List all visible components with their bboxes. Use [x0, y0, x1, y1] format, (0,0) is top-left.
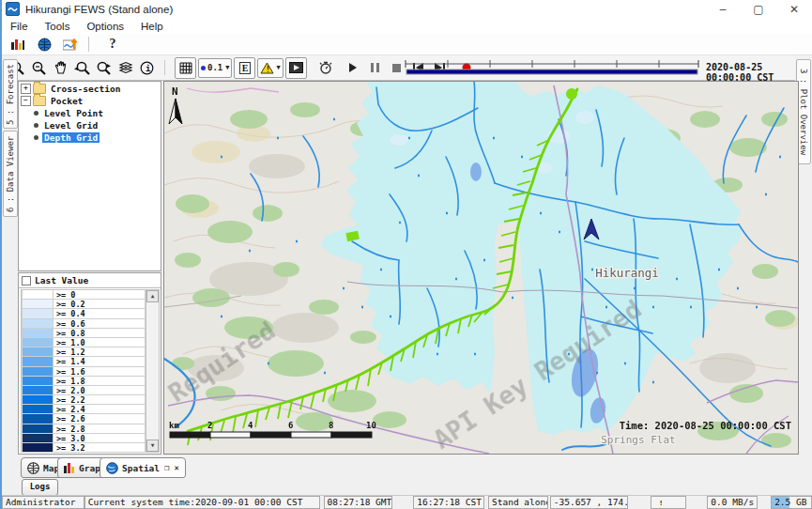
legend-row[interactable]: >= 0.6 — [22, 319, 146, 329]
tree-node-pocket[interactable]: − Pocket — [21, 95, 161, 106]
status-warning-cell[interactable] — [651, 496, 686, 509]
status-system-time: Current system time:2020-09-01 00:00 CST — [84, 496, 320, 509]
timeseries-dialog-icon[interactable] — [60, 36, 81, 53]
info-icon[interactable]: i — [137, 58, 157, 78]
legend-row[interactable]: >= 1.2 — [22, 347, 146, 357]
legend-row[interactable]: >= 0 — [22, 290, 146, 300]
help-button[interactable]: ? — [102, 36, 123, 53]
tree-leaf-label-selected: Depth Grid — [42, 132, 100, 143]
legend-row[interactable]: >= 1.0 — [22, 338, 146, 347]
legend-row[interactable]: >= 1.8 — [22, 377, 146, 386]
animation-button[interactable] — [285, 57, 307, 79]
legend-row[interactable]: >= 1.6 — [22, 367, 146, 377]
collapse-icon[interactable]: − — [21, 96, 31, 106]
tree-leaf-label: Level Grid — [42, 120, 100, 131]
legend-header: Last Value — [19, 273, 161, 288]
bottom-tab-bar: Map Graph Spatial ❐ ✕ — [2, 456, 812, 478]
zoom-out-icon[interactable] — [29, 58, 49, 78]
legend-row[interactable]: >= 0.2 — [22, 300, 146, 309]
menu-help[interactable]: Help — [132, 21, 172, 32]
graph-bars-icon — [64, 462, 75, 473]
app-window: Hikurangi FEWS (Stand alone) – ▢ ✕ File … — [0, 0, 812, 509]
globe-icon[interactable] — [34, 36, 54, 53]
last-value-checkbox[interactable] — [22, 276, 31, 285]
legend-color-swatch — [22, 414, 54, 424]
chevron-down-icon: ▼ — [225, 64, 229, 71]
svg-text:i: i — [146, 64, 151, 73]
town-label-springs-flat: Springs Flat — [601, 434, 675, 446]
legend-row-label: >= 2.6 — [54, 414, 146, 424]
legend-row[interactable]: >= 0.4 — [22, 309, 146, 318]
legend-row[interactable]: >= 2.8 — [22, 424, 146, 434]
legend-scrollbar[interactable]: ▲ ▼ — [146, 289, 160, 453]
maximize-button[interactable]: ▢ — [741, 0, 776, 18]
legend-row[interactable]: >= 0.8 — [22, 329, 146, 338]
window-title: Hikurangi FEWS (Stand alone) — [25, 4, 173, 15]
explorer-chart-icon[interactable] — [8, 36, 28, 53]
pan-hand-icon[interactable] — [51, 58, 70, 78]
dot-icon — [201, 66, 206, 70]
legend-row[interactable]: >= 1.4 — [22, 357, 146, 366]
legend-row[interactable]: >= 2.0 — [22, 386, 146, 395]
legend-row[interactable]: >= 2.4 — [22, 405, 146, 414]
toolbar-separator — [164, 60, 165, 75]
spatial-globe-icon — [106, 462, 118, 474]
tab-forecast[interactable]: 5 : Forecast — [3, 59, 18, 129]
legend-button[interactable]: E — [234, 57, 255, 79]
status-local-time: 16:27:18 CST — [413, 496, 484, 509]
legend-row[interactable]: >= 2.6 — [22, 414, 146, 424]
warning-triangle-icon — [654, 497, 666, 509]
tree-leaf-level-point[interactable]: Level Point — [21, 107, 161, 118]
main-toolbar: ? — [2, 34, 812, 55]
legend-row-label: >= 2.4 — [54, 405, 146, 414]
node-bullet-icon — [34, 111, 38, 116]
logs-row: Logs — [2, 478, 812, 497]
map-globe-icon — [27, 462, 39, 474]
time-slider[interactable] — [403, 57, 701, 78]
tree-leaf-level-grid[interactable]: Level Grid — [21, 119, 161, 131]
map-time-label: Time: 2020-08-25 00:00:00 CST — [620, 420, 791, 431]
legend-row-label: >= 0.8 — [54, 329, 146, 338]
scroll-down-icon[interactable]: ▼ — [146, 440, 159, 452]
legend-row[interactable]: >= 2.2 — [22, 395, 146, 405]
legend-row-label: >= 1.6 — [54, 367, 146, 377]
tree-node-cross-section[interactable]: + Cross-section — [21, 83, 161, 94]
pause-button[interactable] — [365, 58, 385, 78]
legend-row-label: >= 1.8 — [54, 377, 146, 386]
svg-text:6: 6 — [288, 421, 293, 430]
save-animation-icon[interactable] — [316, 58, 336, 78]
legend-color-swatch — [22, 443, 54, 453]
chevron-down-icon: ▼ — [276, 64, 280, 71]
tab-maximize-icon[interactable]: ❐ — [164, 463, 169, 472]
legend-rows: >= 0>= 0.2>= 0.4>= 0.6>= 0.8>= 1.0>= 1.2… — [21, 289, 146, 453]
warning-triangle-icon: ! — [260, 62, 274, 74]
menu-file[interactable]: File — [2, 21, 37, 32]
grid-display-button[interactable] — [175, 57, 196, 79]
zoom-next-icon[interactable] — [94, 58, 114, 78]
menu-tools[interactable]: Tools — [37, 21, 79, 32]
close-button[interactable]: ✕ — [776, 0, 812, 18]
play-button[interactable] — [344, 58, 363, 78]
logs-button[interactable]: Logs — [22, 479, 58, 496]
legend-row-label: >= 2.0 — [54, 386, 146, 395]
map-canvas[interactable]: API Key Required API Key Required Hikura… — [163, 81, 799, 455]
scroll-up-icon[interactable]: ▲ — [146, 290, 159, 302]
legend-row[interactable]: >= 3.0 — [22, 434, 146, 443]
layers-icon[interactable] — [115, 58, 135, 78]
tree-leaf-depth-grid[interactable]: Depth Grid — [21, 131, 161, 143]
tab-spatial-active[interactable]: Spatial ❐ ✕ — [100, 457, 186, 478]
expand-icon[interactable]: + — [21, 84, 31, 94]
tab-close-icon[interactable]: ✕ — [174, 463, 178, 472]
status-memory: 2.5 GB — [771, 496, 812, 509]
menu-options[interactable]: Options — [78, 21, 132, 32]
folder-icon — [33, 84, 46, 94]
zoom-previous-icon[interactable] — [72, 58, 92, 78]
minimize-button[interactable]: – — [705, 0, 741, 18]
layers-tree-panel: + Cross-section − Pocket Level Point Lev… — [18, 81, 161, 271]
tree-node-label: Pocket — [49, 96, 84, 106]
tab-data-viewer[interactable]: 6 : Data Viewer — [3, 131, 18, 217]
contour-threshold-dropdown[interactable]: 0.1 ▼ — [198, 58, 232, 78]
legend-row-label: >= 1.0 — [54, 338, 146, 347]
thresholds-warning-dropdown[interactable]: ! ▼ — [257, 58, 283, 78]
legend-row[interactable]: >= 3.2 — [22, 443, 146, 453]
